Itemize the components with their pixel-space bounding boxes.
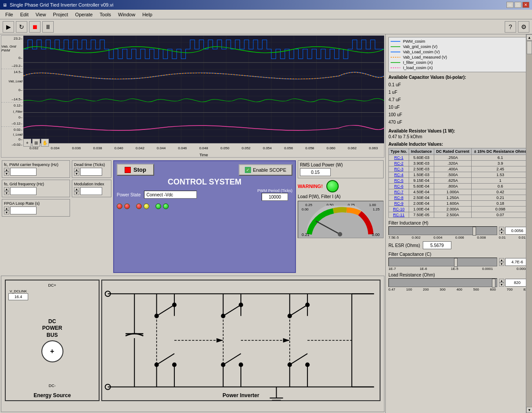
fc-label: fc, PWM carrier frequency (Hz) xyxy=(4,162,68,167)
inductor-link[interactable]: RC-9 xyxy=(394,201,403,206)
fo-up-button[interactable]: ▲ xyxy=(4,187,9,191)
filter-inductance-thumb[interactable] xyxy=(473,227,476,236)
energy-source-label: Energy Source xyxy=(33,392,71,398)
current-cell: .250A xyxy=(434,155,472,161)
mod-index-up-button[interactable]: ▲ xyxy=(74,187,79,191)
load-resistance-track[interactable] xyxy=(388,278,497,287)
inductor-link[interactable]: RC-6 xyxy=(394,184,403,188)
rl-esr-label: RL ESR (Ohms) xyxy=(388,243,420,248)
fpga-up-button[interactable]: ▲ xyxy=(4,206,9,210)
rms-input[interactable] xyxy=(300,168,331,176)
filter-inductance-down[interactable]: ▼ xyxy=(499,231,504,235)
th-current: DC Rated Current xyxy=(434,148,472,155)
inductor-link[interactable]: RC-2 xyxy=(394,161,403,166)
svg-line-59 xyxy=(290,305,307,316)
menu-help[interactable]: Help xyxy=(139,11,156,18)
inductor-link[interactable]: RC-5 xyxy=(394,178,403,183)
toolbar: ▶ ↻ ⏹ ⏸ ? ⚙ xyxy=(0,19,532,34)
fo-input-group: ▲ ▼ 60 xyxy=(4,187,68,195)
menu-file[interactable]: File xyxy=(2,11,17,18)
stop-button[interactable]: Stop xyxy=(117,164,154,176)
x-label-1: 0.032 xyxy=(30,146,38,150)
dead-time-up-button[interactable]: ▲ xyxy=(74,168,79,172)
filter-inductance-track[interactable] xyxy=(388,226,497,235)
mod-index-input[interactable]: 1 xyxy=(80,187,102,195)
fo-down-button[interactable]: ▼ xyxy=(4,191,9,195)
scroll-down-button[interactable]: ▼ xyxy=(526,407,532,413)
settings-button[interactable]: ⚙ xyxy=(518,21,529,33)
menu-operate[interactable]: Operate xyxy=(72,11,96,18)
abort-button[interactable]: ⏹ xyxy=(29,21,41,33)
mod-index-down-button[interactable]: ▼ xyxy=(74,191,79,195)
rl-esr-input[interactable] xyxy=(423,241,451,249)
svg-line-65 xyxy=(290,354,307,365)
restore-button[interactable]: □ xyxy=(514,2,521,8)
fc-tick-1: 1E-7 xyxy=(388,267,396,271)
filter-capacitance-thumb[interactable] xyxy=(454,258,458,267)
battery-symbol: + xyxy=(41,340,63,362)
dead-time-input[interactable]: 50 xyxy=(80,168,102,176)
run-button[interactable]: ▶ xyxy=(3,21,14,33)
x-label-17: 0.063 xyxy=(369,146,378,150)
pwm-period-input[interactable] xyxy=(262,193,288,201)
charts-area: 23.2– Vab, Grid PWM 0– –23.2– 14.5– Vab_… xyxy=(1,35,384,158)
fc-input[interactable]: 5000 xyxy=(10,168,37,176)
menu-edit[interactable]: Edit xyxy=(17,11,32,18)
resistance-cell: 0.6 xyxy=(472,184,529,189)
lr-tick-2: 100 xyxy=(406,288,412,291)
resistance-cell: 6.1 xyxy=(472,155,529,161)
zoom-in-icon[interactable]: + xyxy=(23,139,31,147)
power-state-input[interactable] xyxy=(144,191,197,199)
fc-tick-4: 0.0001 xyxy=(482,267,493,271)
inductor-link[interactable]: RC-4 xyxy=(394,173,403,177)
fo-input[interactable]: 60 xyxy=(10,187,37,195)
control-system-title: CONTROL SYSTEM xyxy=(117,177,292,187)
load-resistance-thumb[interactable] xyxy=(492,279,495,288)
fi-tick-2: 0.002 xyxy=(412,236,421,240)
fpga-down-button[interactable]: ▼ xyxy=(4,210,9,214)
filter-inductance-up[interactable]: ▲ xyxy=(499,227,504,231)
load-resistance-down[interactable]: ▼ xyxy=(499,283,504,287)
indicator-red-3 xyxy=(136,203,142,209)
pan-icon[interactable]: ✋ xyxy=(41,139,49,147)
close-button[interactable]: ✕ xyxy=(522,2,529,8)
v-dclink-input[interactable] xyxy=(8,293,28,300)
dead-time-down-button[interactable]: ▼ xyxy=(74,172,79,176)
menu-window[interactable]: Window xyxy=(115,11,139,18)
menu-view[interactable]: View xyxy=(32,11,50,18)
menu-tools[interactable]: Tools xyxy=(96,11,115,18)
enable-scope-button[interactable]: ✓ Enable SCOPE xyxy=(239,164,292,176)
legend-label-6: I_load_cosim (A) xyxy=(403,66,433,70)
scroll-track[interactable] xyxy=(526,41,532,407)
inductor-link[interactable]: RC-8 xyxy=(394,195,403,200)
table-row: RC-5 9.15E-04 .625A 1 xyxy=(389,178,529,184)
run-continuous-button[interactable]: ↻ xyxy=(16,21,27,33)
inductor-link[interactable]: RC-1 xyxy=(394,155,403,160)
inductor-link[interactable]: RC-10 xyxy=(393,207,405,211)
pause-button[interactable]: ⏸ xyxy=(42,21,54,33)
fc-spinner[interactable]: ▲ ▼ xyxy=(4,168,9,176)
fpga-input[interactable]: 1E-6 xyxy=(10,206,37,214)
load-resistance-up[interactable]: ▲ xyxy=(499,279,504,283)
menu-project[interactable]: Project xyxy=(49,11,71,18)
inductor-link[interactable]: RC-3 xyxy=(394,167,403,171)
fi-tick-4: 0.006 xyxy=(455,236,464,240)
filter-capacitance-down[interactable]: ▼ xyxy=(499,262,504,266)
help-button[interactable]: ? xyxy=(505,21,516,33)
minimize-button[interactable]: ─ xyxy=(506,2,514,8)
lr-tick-6: 500 xyxy=(473,288,479,291)
inductor-link[interactable]: RC-11 xyxy=(393,213,405,217)
fc-up-button[interactable]: ▲ xyxy=(4,168,9,172)
filter-capacitance-track[interactable] xyxy=(388,258,497,266)
svg-point-30 xyxy=(338,232,342,236)
zoom-fit-icon[interactable]: ⊞ xyxy=(32,139,40,147)
load-resistance-spinner: ▲ ▼ xyxy=(499,279,504,287)
inductor-link[interactable]: RC-7 xyxy=(394,190,403,194)
scroll-thumb[interactable] xyxy=(527,41,532,54)
filter-capacitance-up[interactable]: ▲ xyxy=(499,258,504,262)
fc-down-button[interactable]: ▼ xyxy=(4,172,9,176)
legend-label-5: I_filter_cosim (A) xyxy=(403,60,433,65)
scroll-up-button[interactable]: ▲ xyxy=(526,34,532,41)
y-label-top4: 0.02– xyxy=(14,128,22,132)
resistance-cell: 0.21 xyxy=(472,195,529,201)
